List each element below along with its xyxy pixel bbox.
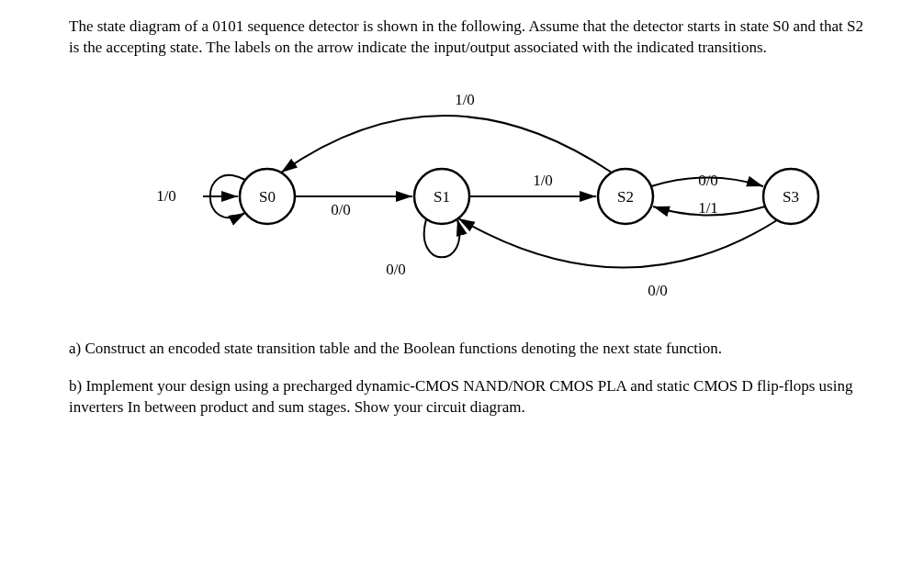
state-s0-label: S0 bbox=[259, 188, 276, 206]
state-s3-label: S3 bbox=[783, 188, 799, 206]
label-s2-s3: 0/0 bbox=[698, 172, 718, 189]
transition-s3-s1 bbox=[458, 218, 777, 268]
state-s1-label: S1 bbox=[434, 188, 450, 206]
problem-intro: The state diagram of a 0101 sequence det… bbox=[69, 17, 869, 59]
question-a: a) Construct an encoded state transition… bbox=[69, 339, 869, 360]
question-b: b) Implement your design using a prechar… bbox=[69, 376, 869, 418]
label-s0-loop: 1/0 bbox=[156, 187, 176, 205]
transition-s2-s0 bbox=[281, 116, 612, 173]
label-s3-s1: 0/0 bbox=[648, 282, 668, 299]
state-diagram: S0 S1 S2 S3 1/0 0/0 0/0 1/0 1/0 0/0 1/1 … bbox=[111, 77, 828, 316]
label-s0-s1: 0/0 bbox=[331, 201, 351, 218]
label-s1-s2: 1/0 bbox=[533, 172, 553, 189]
label-s2-s0: 1/0 bbox=[455, 91, 475, 108]
state-s2-label: S2 bbox=[617, 188, 634, 206]
label-s1-loop: 0/0 bbox=[386, 261, 406, 278]
label-s3-s2: 1/1 bbox=[698, 199, 718, 217]
